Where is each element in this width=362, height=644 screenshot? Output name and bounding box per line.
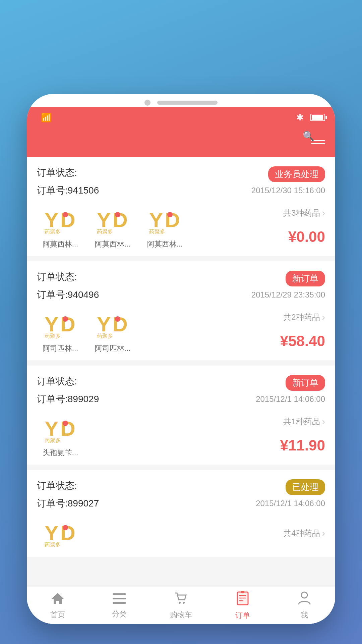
svg-rect-38 [241, 591, 244, 593]
status-badge: 业务员处理 [268, 166, 325, 182]
svg-text:D: D [60, 313, 75, 336]
svg-text:D: D [113, 313, 128, 336]
svg-text:药聚多: 药聚多 [45, 333, 61, 339]
svg-point-32 [179, 602, 181, 604]
order-price: ¥11.90 [280, 437, 325, 454]
order-price: ¥58.40 [280, 333, 325, 350]
product-item: Y D 药聚多 头孢氨苄... [37, 412, 84, 458]
order-header: 订单状态: 已处理 [37, 479, 325, 495]
menu-line-2 [311, 143, 325, 144]
product-item: Y D 药聚多 阿司匹林... [37, 308, 84, 354]
status-badge: 已处理 [286, 479, 325, 495]
product-logo: Y D 药聚多 [93, 308, 133, 341]
svg-text:D: D [60, 417, 75, 440]
bg-header [0, 0, 362, 27]
nav-item-label: 我 [301, 610, 308, 620]
notch-bar [157, 101, 218, 105]
status-badge: 新订单 [286, 271, 325, 286]
order-number: 订单号:941506 [37, 184, 99, 197]
product-name: 阿莫西林... [147, 239, 183, 249]
cart-icon [174, 591, 188, 608]
product-name: 阿司匹林... [43, 343, 78, 354]
notch-circle [144, 100, 150, 106]
battery-icon [310, 114, 325, 121]
order-products: Y D 药聚多 共4种药品 › [37, 517, 325, 550]
product-logo: Y D 药聚多 [40, 308, 80, 341]
order-header: 订单状态: 新订单 [37, 375, 325, 391]
svg-text:药聚多: 药聚多 [149, 229, 165, 234]
order-right: 共3种药品 › ¥0.00 [251, 208, 325, 245]
order-header: 订单状态: 新订单 [37, 271, 325, 286]
svg-text:Y: Y [45, 313, 58, 336]
search-icon: 🔍 [303, 130, 314, 142]
order-date: 2015/12/30 15:16:00 [251, 186, 325, 195]
menu-search-button[interactable]: 🔍 [311, 140, 325, 144]
svg-text:D: D [60, 208, 75, 231]
order-number: 订单号:899029 [37, 393, 99, 406]
order-number-row: 订单号:899027 2015/12/1 14:06:00 [37, 497, 325, 510]
order-status-label: 订单状态: [37, 166, 77, 179]
nav-item-我[interactable]: 我 [274, 591, 335, 620]
svg-point-33 [183, 602, 185, 604]
nav-item-购物车[interactable]: 购物车 [150, 591, 212, 620]
product-item: Y D 药聚多 阿司匹林... [89, 308, 136, 354]
product-items: Y D 药聚多 头孢氨苄... [37, 412, 245, 458]
order-card[interactable]: 订单状态: 业务员处理 订单号:941506 2015/12/30 15:16:… [27, 157, 335, 256]
order-header: 订单状态: 业务员处理 [37, 166, 325, 182]
svg-text:Y: Y [45, 521, 58, 544]
nav-item-订单[interactable]: 订单 [212, 591, 274, 621]
chevron-icon: › [322, 208, 325, 218]
svg-text:D: D [60, 521, 75, 544]
order-card[interactable]: 订单状态: 新订单 订单号:899029 2015/12/1 14:06:00 … [27, 366, 335, 465]
bottom-nav: 首页 分类 购物车 订单 我 [27, 587, 335, 624]
product-name: 阿莫西林... [43, 239, 78, 249]
order-right: 共4种药品 › [251, 528, 325, 539]
svg-point-14 [63, 316, 68, 322]
order-status-label: 订单状态: [37, 479, 77, 492]
home-icon [51, 591, 64, 608]
status-bar: 📶 ✱ [27, 107, 335, 127]
product-name: 头孢氨苄... [43, 448, 78, 458]
product-name: 阿莫西林... [95, 239, 130, 249]
product-item: Y D 药聚多 [37, 517, 84, 550]
svg-text:药聚多: 药聚多 [45, 229, 61, 234]
order-icon [237, 591, 249, 608]
status-right: ✱ [296, 112, 325, 123]
status-badge: 新订单 [286, 375, 325, 391]
svg-rect-30 [113, 598, 126, 599]
svg-point-18 [115, 316, 120, 322]
product-name: 阿司匹林... [95, 343, 130, 354]
wifi-icon: 📶 [41, 112, 52, 123]
order-number-row: 订单号:899029 2015/12/1 14:06:00 [37, 393, 325, 406]
svg-point-26 [63, 525, 68, 530]
order-number-row: 订单号:940496 2015/12/29 23:35:00 [37, 288, 325, 301]
nav-item-分类[interactable]: 分类 [88, 592, 150, 619]
svg-text:Y: Y [97, 208, 111, 231]
order-right: 共1种药品 › ¥11.90 [251, 416, 325, 454]
svg-text:Y: Y [149, 208, 163, 231]
nav-bar: 🔍 [27, 127, 335, 157]
svg-marker-28 [52, 593, 64, 604]
menu-icon [113, 592, 126, 607]
battery-fill [312, 115, 323, 120]
chevron-icon: › [322, 312, 325, 323]
order-status-label: 订单状态: [37, 375, 77, 388]
svg-text:Y: Y [45, 208, 58, 231]
svg-point-39 [301, 592, 307, 598]
product-items: Y D 药聚多 [37, 517, 245, 550]
order-card[interactable]: 订单状态: 已处理 订单号:899027 2015/12/1 14:06:00 … [27, 470, 335, 557]
order-products: Y D 药聚多 阿司匹林... Y D 药聚多 阿司匹林... 共2种药品 › … [37, 308, 325, 354]
product-item: Y D 药聚多 阿莫西林... [141, 204, 188, 249]
product-logo: Y D 药聚多 [40, 412, 80, 446]
nav-item-首页[interactable]: 首页 [27, 591, 88, 620]
order-card[interactable]: 订单状态: 新订单 订单号:940496 2015/12/29 23:35:00… [27, 261, 335, 360]
svg-point-6 [115, 212, 120, 217]
product-count: 共4种药品 › [283, 528, 325, 539]
product-items: Y D 药聚多 阿莫西林... Y D 药聚多 阿莫西林... Y D 药聚多 … [37, 204, 245, 249]
phone-notch [27, 94, 335, 107]
order-date: 2015/12/29 23:35:00 [251, 290, 325, 300]
product-count: 共3种药品 › [283, 208, 325, 218]
nav-item-label: 购物车 [170, 610, 192, 620]
product-count: 共1种药品 › [283, 416, 325, 427]
order-number: 订单号:899027 [37, 497, 99, 510]
